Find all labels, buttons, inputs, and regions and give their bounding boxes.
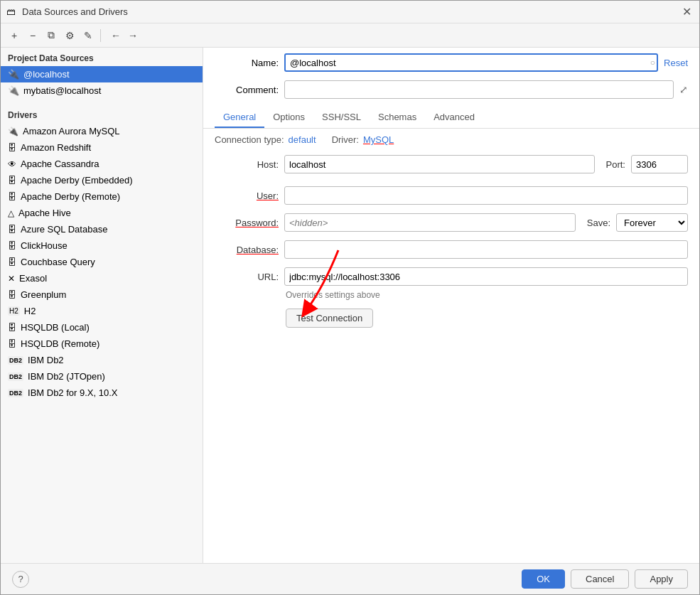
test-connection-row: Test Connection [203,300,699,328]
project-item-label: @localhost [23,69,70,80]
driver-icon-h2: H2 [8,306,20,316]
remove-button[interactable]: − [25,28,41,43]
driver-label-db2-jt: IBM Db2 (JTOpen) [28,371,105,382]
tab-options[interactable]: Options [264,107,313,128]
driver-label: Amazon Aurora MySQL [23,126,120,136]
port-label: Port: [606,159,625,170]
toolbar: + − ⧉ ⚙ ✎ ← → [1,23,699,48]
comment-input[interactable] [284,80,674,99]
tab-advanced[interactable]: Advanced [425,107,483,128]
driver-apache-derby-remote[interactable]: 🗄 Apache Derby (Remote) [1,188,203,205]
driver-icon: 🔌 [8,127,18,136]
driver-icon-azure: 🗄 [8,225,16,235]
edit-button[interactable]: ✎ [80,28,96,43]
help-button[interactable]: ? [12,571,29,588]
driver-label-hive: Apache Hive [18,208,71,218]
driver-label-greenplum: Greenplum [21,289,66,300]
driver-value[interactable]: MySQL [363,134,394,145]
cancel-button[interactable]: Cancel [571,569,629,589]
comment-label: Comment: [215,85,279,95]
password-label: Password: [215,218,279,228]
driver-label-derby-e: Apache Derby (Embedded) [21,175,133,186]
driver-ibm-db2-jtopen[interactable]: DB2 IBM Db2 (JTOpen) [1,368,203,385]
right-panel: Name: ○ Reset Comment: ⤢ General Options… [203,48,699,563]
db-icon-2: 🔌 [8,85,19,96]
driver-amazon-aurora[interactable]: 🔌 Amazon Aurora MySQL [1,123,203,139]
name-label: Name: [215,58,279,68]
driver-hsqldb-remote[interactable]: 🗄 HSQLDB (Remote) [1,336,203,352]
password-input[interactable] [284,213,576,232]
apply-button[interactable]: Apply [635,569,688,589]
tab-schemas[interactable]: Schemas [370,107,425,128]
add-button[interactable]: + [6,28,22,43]
driver-label-h2: H2 [24,306,36,316]
url-input[interactable] [284,267,688,286]
database-input[interactable] [284,240,688,259]
driver-amazon-redshift[interactable]: 🗄 Amazon Redshift [1,139,203,156]
driver-icon-db2-9x: DB2 [8,389,23,397]
driver-couchbase[interactable]: 🗄 Couchbase Query [1,254,203,270]
save-label: Save: [587,218,610,228]
forward-button[interactable]: → [125,28,141,43]
driver-icon-cassandra: 👁 [8,159,16,169]
driver-label-derby-r: Apache Derby (Remote) [21,191,120,202]
driver-icon-hsql-r: 🗄 [8,339,16,349]
project-item-label-2: mybatis@localhost [23,85,101,96]
driver-apache-cassandra[interactable]: 👁 Apache Cassandra [1,156,203,172]
user-input[interactable] [284,186,688,205]
copy-button[interactable]: ⧉ [43,28,59,43]
back-button[interactable]: ← [108,28,124,43]
driver-label-redshift: Amazon Redshift [21,142,91,153]
driver-icon-hsql-l: 🗄 [8,323,16,333]
toolbar-separator [100,29,101,42]
project-item-mybatis[interactable]: 🔌 mybatis@localhost [1,82,203,99]
expand-icon[interactable]: ⤢ [679,84,688,95]
driver-greenplum[interactable]: 🗄 Greenplum [1,286,203,303]
app-icon: 🗃 [6,6,18,18]
tab-bar: General Options SSH/SSL Schemas Advanced [203,102,699,129]
driver-azure-sql[interactable]: 🗄 Azure SQL Database [1,221,203,237]
db-icon: 🔌 [8,69,19,80]
driver-label-clickhouse: ClickHouse [21,240,68,251]
name-clear-icon[interactable]: ○ [650,58,655,68]
database-label: Database: [215,245,279,255]
project-item-localhost[interactable]: 🔌 @localhost [1,66,203,82]
driver-apache-hive[interactable]: △ Apache Hive [1,205,203,221]
name-input[interactable] [284,53,658,72]
driver-icon-exasol: ✕ [8,274,15,284]
driver-icon-db2: DB2 [8,356,23,365]
driver-clickhouse[interactable]: 🗄 ClickHouse [1,237,203,254]
driver-exasol[interactable]: ✕ Exasol [1,270,203,286]
driver-apache-derby-embedded[interactable]: 🗄 Apache Derby (Embedded) [1,172,203,188]
ok-button[interactable]: OK [522,569,565,589]
close-button[interactable]: ✕ [679,5,694,19]
driver-label-exasol: Exasol [19,273,47,284]
settings-button[interactable]: ⚙ [62,28,77,43]
title-bar: 🗃 Data Sources and Drivers ✕ [1,1,699,23]
driver-h2[interactable]: H2 H2 [1,303,203,319]
toolbar-nav: ← → [108,28,141,43]
driver-ibm-db2-9x[interactable]: DB2 IBM Db2 for 9.X, 10.X [1,385,203,401]
driver-icon-db2-jt: DB2 [8,372,23,381]
host-port-row: Host: Port: [203,151,699,178]
driver-icon-greenplum: 🗄 [8,290,16,300]
url-hint: Overrides settings above [203,290,699,300]
host-input[interactable] [284,155,595,173]
reset-button[interactable]: Reset [664,58,688,68]
bottom-bar: ? OK Cancel Apply [1,563,699,594]
driver-label-db2: IBM Db2 [28,355,64,365]
tab-sshssl[interactable]: SSH/SSL [313,107,370,128]
left-panel: Project Data Sources 🔌 @localhost 🔌 myba… [1,48,203,563]
port-input[interactable] [631,155,688,173]
url-row: URL: [203,263,699,290]
driver-hsqldb-local[interactable]: 🗄 HSQLDB (Local) [1,319,203,336]
driver-label-azure: Azure SQL Database [21,224,107,235]
save-select[interactable]: Forever Until restart Never [616,213,688,232]
driver-ibm-db2[interactable]: DB2 IBM Db2 [1,352,203,368]
test-connection-button[interactable]: Test Connection [286,309,373,328]
user-row: User: [203,182,699,209]
connection-type-value[interactable]: default [289,134,316,145]
user-label: User: [215,191,279,201]
name-input-wrap: ○ [284,53,658,72]
tab-general[interactable]: General [215,107,264,128]
